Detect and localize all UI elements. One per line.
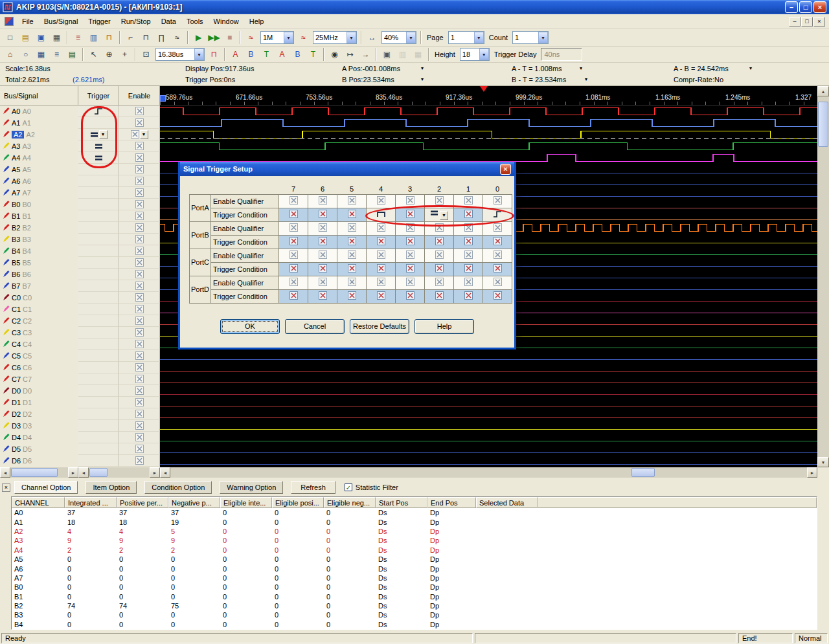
select-cursor-icon[interactable]: ↖ xyxy=(86,47,101,61)
porta-trigger-condition-3[interactable] xyxy=(396,208,425,221)
portb-enable-qualifier-0[interactable] xyxy=(483,221,512,235)
channel-name[interactable]: A1 xyxy=(12,119,20,127)
trigger-cell-d6[interactable] xyxy=(78,455,119,467)
column-header-eligible-neg[interactable]: Eligible neg... xyxy=(324,497,376,508)
enable-cell-c0[interactable] xyxy=(119,292,160,304)
dialog-close-icon[interactable]: × xyxy=(500,164,511,175)
help-button[interactable]: Help xyxy=(414,319,474,334)
portc-trigger-condition-0[interactable] xyxy=(483,262,512,276)
portc-trigger-condition-2[interactable] xyxy=(425,262,454,276)
t-bar-icon[interactable]: T xyxy=(259,47,274,61)
internal-clock-icon[interactable]: ≈ xyxy=(296,30,311,45)
channel-name[interactable]: C5 xyxy=(12,352,21,360)
bus-signal-setup-icon[interactable]: ≡ xyxy=(71,30,85,45)
column-header-selected-data[interactable]: Selected Data xyxy=(476,497,538,508)
channel-name-cell[interactable]: D1D1 xyxy=(0,397,78,408)
channel-name-cell[interactable]: D4D4 xyxy=(0,432,78,443)
table-row-a7[interactable]: A7000000DsDp xyxy=(12,573,817,583)
menu-tools[interactable]: Tools xyxy=(181,16,209,27)
clock-icon[interactable]: ○ xyxy=(18,47,33,61)
porta-trigger-condition-4[interactable] xyxy=(367,208,396,221)
table-row-a3[interactable]: A3999000DsDp xyxy=(12,536,817,545)
trigger-cell-a7[interactable] xyxy=(78,187,119,199)
portd-trigger-condition-6[interactable] xyxy=(308,289,337,303)
menu-data[interactable]: Data xyxy=(156,16,181,27)
column-header-channel[interactable]: CHANNEL xyxy=(12,497,65,508)
table-row-b3[interactable]: B3000000DsDp xyxy=(12,610,817,619)
portd-trigger-condition-1[interactable] xyxy=(454,289,483,303)
channel-name-cell[interactable]: B4B4 xyxy=(0,245,78,257)
channel-name-cell[interactable]: C5C5 xyxy=(0,350,78,362)
tab-channel-option[interactable]: Channel Option xyxy=(14,481,78,494)
porta-enable-qualifier-7[interactable] xyxy=(279,194,308,208)
scroll-up-icon[interactable]: ▲ xyxy=(817,86,829,96)
portc-trigger-condition-5[interactable] xyxy=(337,262,367,276)
goto-time-icon[interactable]: → xyxy=(358,47,373,61)
chevron-down-icon[interactable]: ▼ xyxy=(194,49,204,60)
enable-cell-d5[interactable] xyxy=(119,443,160,455)
report-view-icon[interactable]: ▤ xyxy=(65,47,80,61)
column-header-end-pos[interactable]: End Pos xyxy=(427,497,476,508)
mdi-restore-button[interactable]: □ xyxy=(801,17,813,27)
goto-a-bar-icon[interactable]: A xyxy=(275,47,290,61)
trigger-cell-b5[interactable] xyxy=(78,257,119,269)
chevron-down-icon[interactable]: ▼ xyxy=(538,32,548,43)
a-bar-icon[interactable]: A xyxy=(228,47,243,61)
porta-trigger-condition-5[interactable] xyxy=(337,208,367,221)
channel-name-cell[interactable]: B0B0 xyxy=(0,199,78,210)
portb-enable-qualifier-3[interactable] xyxy=(396,221,425,235)
channel-name[interactable]: A5 xyxy=(12,166,20,173)
menu-trigger[interactable]: Trigger xyxy=(83,16,115,27)
channel-name-cell[interactable]: C3C3 xyxy=(0,327,78,339)
trigger-cell-b3[interactable] xyxy=(78,234,119,245)
tab-item-option[interactable]: Item Option xyxy=(85,481,137,494)
channel-name-cell[interactable]: C0C0 xyxy=(0,292,78,304)
portb-trigger-condition-2[interactable] xyxy=(425,235,454,249)
portc-trigger-condition-1[interactable] xyxy=(454,262,483,276)
enable-cell-c6[interactable] xyxy=(119,362,160,373)
channel-name[interactable]: C2 xyxy=(12,317,21,325)
channel-name[interactable]: C3 xyxy=(12,329,21,337)
channel-name-cell[interactable]: B3B3 xyxy=(0,234,78,245)
channel-name-cell[interactable]: C1C1 xyxy=(0,304,78,315)
menu-bus-signal[interactable]: Bus/Signal xyxy=(39,16,84,27)
hscrollbar-thumb[interactable] xyxy=(631,468,655,477)
portd-enable-qualifier-0[interactable] xyxy=(483,276,512,289)
trigger-cell-b1[interactable] xyxy=(78,210,119,222)
menu-help[interactable]: Help xyxy=(244,16,269,27)
trigger-flag-icon[interactable]: ⊓ xyxy=(102,30,117,45)
menu-file[interactable]: File xyxy=(17,16,39,27)
porta-enable-qualifier-1[interactable] xyxy=(454,194,483,208)
enable-cell-b7[interactable] xyxy=(119,280,160,292)
channel-name[interactable]: B7 xyxy=(12,282,20,290)
trigger-cell-a2[interactable]: ▼ xyxy=(78,129,119,140)
dialog-title-bar[interactable]: Signal Trigger Setup × xyxy=(180,162,514,176)
edge-trigger-icon[interactable]: ≈ xyxy=(170,30,185,45)
repeat-run-icon[interactable]: ▶▶ xyxy=(207,30,221,45)
channel-name[interactable]: D1 xyxy=(12,399,21,406)
chevron-down-icon[interactable]: ▼ xyxy=(440,211,448,220)
channel-name[interactable]: D5 xyxy=(12,445,21,453)
list-view-icon[interactable]: ≡ xyxy=(49,47,64,61)
table-row-a0[interactable]: A0373737000DsDp xyxy=(12,508,817,517)
trigger-cell-d2[interactable] xyxy=(78,408,119,420)
trigger-cell-a4[interactable] xyxy=(78,152,119,164)
b-pos-dropdown-icon[interactable]: ▾ xyxy=(420,76,425,82)
home-icon[interactable]: ⌂ xyxy=(3,47,17,61)
trigger-cell-b4[interactable] xyxy=(78,245,119,257)
porta-trigger-condition-6[interactable] xyxy=(308,208,337,221)
channel-name[interactable]: B5 xyxy=(12,259,20,267)
scroll-left-icon[interactable]: ◄ xyxy=(160,467,170,478)
portb-enable-qualifier-7[interactable] xyxy=(279,221,308,235)
table-row-a4[interactable]: A4222000DsDp xyxy=(12,546,817,555)
enable-cell-c1[interactable] xyxy=(119,304,160,315)
trigger-cell-a1[interactable] xyxy=(78,117,119,129)
enable-cell-d2[interactable] xyxy=(119,408,160,420)
height-select[interactable]: 18▼ xyxy=(460,48,490,61)
mdi-minimize-button[interactable]: – xyxy=(789,17,801,27)
chevron-down-icon[interactable]: ▼ xyxy=(140,130,148,139)
portd-enable-qualifier-7[interactable] xyxy=(279,276,308,289)
trigger-cell-a6[interactable] xyxy=(78,175,119,187)
trigger-cell-d3[interactable] xyxy=(78,420,119,432)
channel-name-cell[interactable]: C4C4 xyxy=(0,339,78,350)
